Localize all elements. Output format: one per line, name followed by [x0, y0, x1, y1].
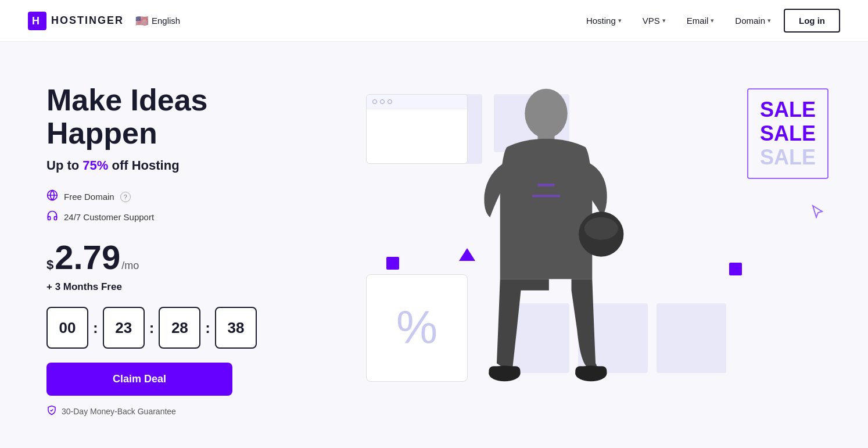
guarantee-badge: 30-Day Money-Back Guarantee: [46, 405, 325, 418]
timer-seconds: 28: [159, 307, 200, 349]
navbar-left: H HOSTINGER 🇺🇸 English: [28, 12, 180, 30]
sale-line-2: SALE: [760, 121, 816, 145]
subtitle-suffix: off Hosting: [108, 158, 179, 173]
subtitle-highlight: 75%: [83, 158, 108, 173]
timer-colon-1: :: [93, 319, 98, 337]
timer-minutes: 23: [103, 307, 145, 349]
headset-icon: [46, 210, 58, 224]
nav-email[interactable]: Email ▾: [679, 11, 723, 30]
browser-mockup: [366, 94, 468, 164]
logo: H HOSTINGER: [28, 12, 124, 30]
features-list: Free Domain ? 24/7 Customer Support: [46, 189, 325, 224]
svg-rect-10: [575, 366, 607, 377]
login-button[interactable]: Log in: [784, 9, 840, 33]
shield-icon: [46, 405, 57, 418]
hero-title: Make Ideas Happen: [46, 84, 325, 150]
help-icon[interactable]: ?: [120, 192, 131, 202]
nav-domain-label: Domain: [735, 16, 765, 26]
bonus-label: + 3 Months Free: [46, 281, 325, 293]
svg-point-3: [525, 88, 567, 138]
timer-hours: 00: [46, 307, 88, 349]
browser-bar: [367, 95, 467, 109]
nav-domain[interactable]: Domain ▾: [727, 11, 779, 30]
browser-dot-1: [372, 99, 377, 104]
svg-rect-12: [532, 195, 560, 197]
logo-icon: H: [28, 12, 46, 30]
svg-rect-9: [489, 366, 520, 377]
sale-sign: SALE SALE SALE: [747, 88, 828, 179]
nav-vps-label: VPS: [643, 16, 660, 26]
sale-line-1: SALE: [760, 98, 816, 121]
svg-text:H: H: [32, 15, 40, 27]
browser-dot-3: [388, 99, 392, 104]
timer-colon-2: :: [149, 319, 155, 337]
person-illustration: [453, 83, 639, 420]
price-amount: 2.79: [55, 241, 120, 274]
countdown-timer: 00 : 23 : 28 : 38: [46, 307, 325, 349]
bg-block-4: [729, 263, 742, 275]
feature-domain: Free Domain ?: [46, 189, 325, 204]
price-symbol: $: [46, 257, 53, 273]
price-section: $ 2.79 /mo: [46, 241, 325, 274]
claim-deal-button[interactable]: Claim Deal: [46, 363, 232, 396]
hero-content: Make Ideas Happen Up to 75% off Hosting …: [46, 84, 325, 418]
nav-vps[interactable]: VPS ▾: [634, 11, 674, 30]
guarantee-text: 30-Day Money-Back Guarantee: [62, 407, 176, 416]
percent-box: %: [366, 274, 468, 382]
nav-email-label: Email: [687, 16, 709, 26]
subtitle-prefix: Up to: [46, 158, 83, 173]
timer-centiseconds: 38: [215, 307, 257, 349]
svg-point-6: [584, 217, 618, 240]
language-selector[interactable]: 🇺🇸 English: [135, 15, 180, 27]
chevron-down-icon: ▾: [662, 17, 666, 24]
timer-colon-3: :: [205, 319, 210, 337]
feature-support: 24/7 Customer Support: [46, 210, 325, 224]
hero-subtitle: Up to 75% off Hosting: [46, 158, 325, 173]
brand-name: HOSTINGER: [51, 15, 124, 27]
hero-section: Make Ideas Happen Up to 75% off Hosting …: [0, 42, 868, 448]
hero-illustration: % SALE SALE SALE: [337, 83, 840, 420]
language-label: English: [152, 16, 180, 26]
feature-domain-label: Free Domain: [64, 192, 114, 202]
cursor-icon: [811, 205, 824, 222]
browser-dot-2: [380, 99, 385, 104]
globe-icon: [46, 189, 58, 204]
price-period: /mo: [121, 260, 139, 272]
flag-icon: 🇺🇸: [135, 15, 148, 27]
chevron-down-icon: ▾: [767, 17, 771, 24]
person-svg: [453, 83, 639, 420]
feature-support-label: 24/7 Customer Support: [64, 212, 154, 222]
navbar: H HOSTINGER 🇺🇸 English Hosting ▾ VPS ▾ E…: [0, 0, 868, 42]
svg-rect-11: [538, 184, 555, 187]
chevron-down-icon: ▾: [618, 17, 622, 24]
nav-hosting[interactable]: Hosting ▾: [578, 11, 630, 30]
navbar-right: Hosting ▾ VPS ▾ Email ▾ Domain ▾ Log in: [578, 9, 840, 33]
chevron-down-icon: ▾: [711, 17, 714, 24]
bg-grid-3: [657, 303, 726, 373]
bg-block-3: [386, 257, 399, 270]
percent-symbol: %: [396, 304, 437, 351]
sale-line-3: SALE: [760, 145, 816, 169]
nav-hosting-label: Hosting: [586, 16, 616, 26]
